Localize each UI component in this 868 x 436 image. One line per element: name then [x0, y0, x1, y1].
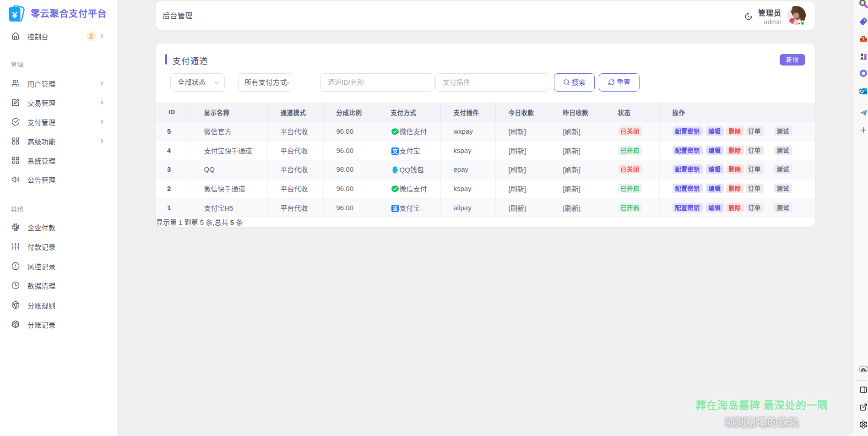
svg-text:支: 支 [391, 147, 398, 154]
svg-text:¥: ¥ [12, 10, 17, 20]
svg-text:支: 支 [391, 205, 398, 212]
